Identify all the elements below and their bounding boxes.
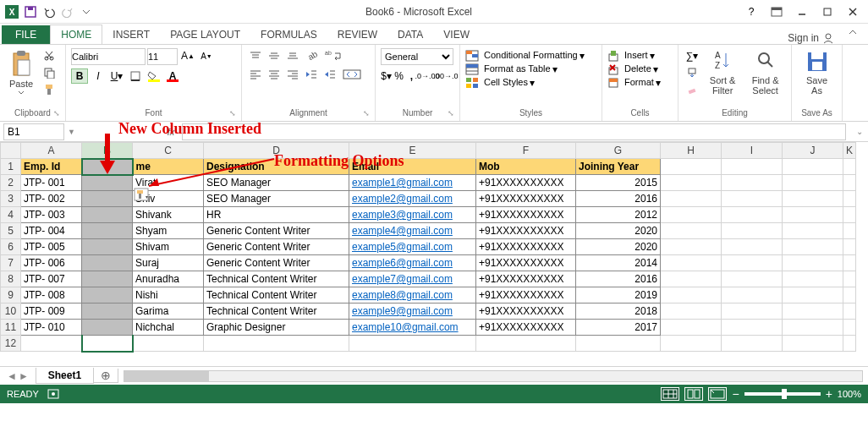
cell-I11[interactable] — [722, 320, 783, 336]
tab-file[interactable]: FILE — [2, 25, 50, 44]
cell-B10[interactable] — [82, 303, 133, 320]
cell-E5[interactable]: example4@gmail.com — [349, 223, 476, 239]
cell-A8[interactable]: JTP- 007 — [21, 271, 82, 287]
qat-customize-icon[interactable] — [78, 3, 95, 20]
cell-I7[interactable] — [722, 255, 783, 271]
cell-J7[interactable] — [783, 255, 843, 271]
cell-H10[interactable] — [661, 303, 722, 320]
copy-button[interactable] — [41, 65, 58, 80]
font-size-input[interactable] — [147, 48, 178, 65]
cell-I10[interactable] — [722, 303, 783, 320]
percent-button[interactable]: % — [393, 68, 404, 84]
cell-E12[interactable] — [349, 336, 476, 352]
cell-K7[interactable] — [843, 255, 856, 271]
cell-K5[interactable] — [843, 223, 856, 239]
cell-I3[interactable] — [722, 191, 783, 207]
tab-formulas[interactable]: FORMULAS — [250, 25, 327, 44]
cell-C9[interactable]: Nishi — [133, 287, 204, 303]
row-header-2[interactable]: 2 — [1, 175, 21, 191]
cell-G11[interactable]: 2017 — [576, 320, 661, 336]
column-header-F[interactable]: F — [476, 143, 576, 159]
zoom-slider[interactable] — [744, 392, 821, 396]
cell-H8[interactable] — [661, 271, 722, 287]
row-header-9[interactable]: 9 — [1, 287, 21, 303]
decrease-font-button[interactable]: A▼ — [198, 48, 215, 63]
help-icon[interactable]: ? — [739, 3, 763, 21]
cell-F9[interactable]: +91XXXXXXXXXX — [476, 287, 576, 303]
cell-I8[interactable] — [722, 271, 783, 287]
cell-K12[interactable] — [843, 336, 856, 352]
macro-record-icon[interactable] — [47, 389, 59, 399]
cell-styles-button[interactable]: Cell Styles▾ — [465, 77, 596, 89]
cell-D12[interactable] — [204, 336, 349, 352]
tab-view[interactable]: VIEW — [433, 25, 480, 44]
cell-C12[interactable] — [133, 336, 204, 352]
cell-I12[interactable] — [722, 336, 783, 352]
cell-F11[interactable]: +91XXXXXXXXXX — [476, 320, 576, 336]
cell-B8[interactable] — [82, 271, 133, 287]
cell-J10[interactable] — [783, 303, 843, 320]
minimize-icon[interactable] — [790, 3, 814, 21]
row-header-5[interactable]: 5 — [1, 223, 21, 239]
cell-F8[interactable]: +91XXXXXXXXXX — [476, 271, 576, 287]
cell-C4[interactable]: Shivank — [133, 207, 204, 223]
collapse-ribbon-icon[interactable] — [848, 27, 858, 37]
increase-indent-button[interactable] — [321, 67, 338, 82]
cell-J2[interactable] — [783, 175, 843, 191]
cell-B7[interactable] — [82, 255, 133, 271]
cell-E2[interactable]: example1@gmail.com — [349, 175, 476, 191]
zoom-in-button[interactable]: + — [826, 387, 832, 401]
cell-F12[interactable] — [476, 336, 576, 352]
ribbon-display-icon[interactable] — [765, 3, 788, 21]
cell-I5[interactable] — [722, 223, 783, 239]
cell-D6[interactable]: Generic Content Writer — [204, 239, 349, 255]
cell-K8[interactable] — [843, 271, 856, 287]
number-format-select[interactable]: General — [381, 48, 453, 65]
cell-A1[interactable]: Emp. Id — [21, 159, 82, 175]
cell-G4[interactable]: 2012 — [576, 207, 661, 223]
email-link[interactable]: example10@gmail.com — [352, 321, 459, 333]
align-bottom-button[interactable] — [284, 48, 301, 63]
cell-J12[interactable] — [783, 336, 843, 352]
alignment-launcher-icon[interactable]: ⤡ — [363, 109, 373, 119]
cell-C8[interactable]: Anuradha — [133, 271, 204, 287]
border-button[interactable] — [127, 68, 144, 84]
cell-K10[interactable] — [843, 303, 856, 320]
column-header-H[interactable]: H — [661, 143, 722, 159]
cell-D9[interactable]: Technical Content Writer — [204, 287, 349, 303]
close-icon[interactable] — [841, 3, 865, 21]
bold-button[interactable]: B — [71, 68, 88, 84]
sheet-tab-sheet1[interactable]: Sheet1 — [36, 368, 94, 384]
increase-font-button[interactable]: A▲ — [179, 48, 196, 63]
cell-G9[interactable]: 2019 — [576, 287, 661, 303]
column-header-J[interactable]: J — [783, 143, 843, 159]
email-link[interactable]: example7@gmail.com — [352, 273, 453, 285]
cell-A11[interactable]: JTP- 010 — [21, 320, 82, 336]
sort-filter-button[interactable]: AZ Sort & Filter — [704, 48, 741, 107]
row-header-1[interactable]: 1 — [1, 159, 21, 175]
cell-H11[interactable] — [661, 320, 722, 336]
row-header-12[interactable]: 12 — [1, 336, 21, 352]
cell-B4[interactable] — [82, 207, 133, 223]
email-link[interactable]: example4@gmail.com — [352, 225, 453, 237]
cell-E8[interactable]: example7@gmail.com — [349, 271, 476, 287]
fill-button[interactable] — [684, 65, 700, 80]
redo-icon[interactable] — [59, 3, 76, 20]
font-launcher-icon[interactable]: ⤡ — [229, 109, 239, 119]
cell-G10[interactable]: 2018 — [576, 303, 661, 320]
name-box-dropdown-icon[interactable]: ▼ — [68, 128, 75, 136]
cell-H3[interactable] — [661, 191, 722, 207]
cell-E7[interactable]: example6@gmail.com — [349, 255, 476, 271]
cell-A5[interactable]: JTP- 004 — [21, 223, 82, 239]
save-as-button[interactable]: Save As — [797, 48, 837, 107]
delete-cells-button[interactable]: Delete▾ — [607, 63, 673, 75]
format-cells-button[interactable]: Format▾ — [607, 77, 673, 89]
underline-button[interactable]: U▾ — [108, 68, 125, 84]
format-as-table-button[interactable]: Format as Table▾ — [465, 63, 596, 75]
zoom-level[interactable]: 100% — [838, 389, 861, 399]
cell-J8[interactable] — [783, 271, 843, 287]
cell-C11[interactable]: Nichchal — [133, 320, 204, 336]
tab-home[interactable]: HOME — [50, 25, 102, 44]
cell-E9[interactable]: example8@gmail.com — [349, 287, 476, 303]
cell-F1[interactable]: Mob — [476, 159, 576, 175]
